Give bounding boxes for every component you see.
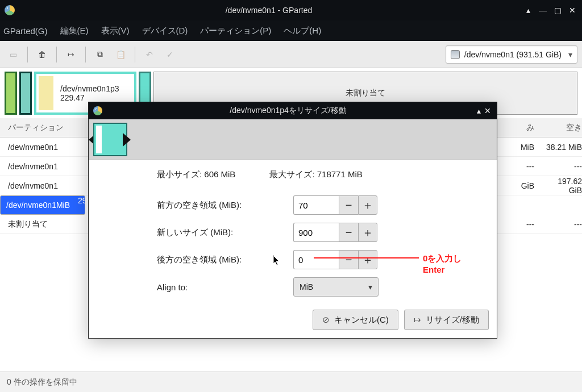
cell-name: 未割り当て xyxy=(8,219,99,230)
col-free[interactable]: 空き xyxy=(542,123,582,133)
spin-plus-icon[interactable]: ＋ xyxy=(358,195,377,215)
delete-icon[interactable]: 🗑 xyxy=(34,46,51,63)
app-icon xyxy=(5,5,15,15)
align-to-label: Align to: xyxy=(157,282,293,292)
cell-free: --- xyxy=(542,220,582,229)
menu-device[interactable]: デバイス(D) xyxy=(142,26,188,36)
resize-handle-right-icon[interactable] xyxy=(123,133,131,147)
mouse-cursor-icon xyxy=(273,255,282,268)
menu-edit[interactable]: 編集(E) xyxy=(60,26,89,36)
resize-move-label: リサイズ/移動 xyxy=(426,315,479,326)
undo-icon: ↶ xyxy=(141,46,158,63)
window-titlebar: /dev/nvme0n1 - GParted ▴ — ▢ ✕ xyxy=(0,0,582,20)
new-size-input[interactable] xyxy=(293,223,339,242)
status-text: 0 件の操作を保留中 xyxy=(7,377,77,387)
window-up-icon[interactable]: ▴ xyxy=(523,5,533,15)
menu-bar: GParted(G) 編集(E) 表示(V) デバイス(D) パーティション(P… xyxy=(0,20,582,41)
device-picker-label: /dev/nvme0n1 (931.51 GiB) xyxy=(464,50,562,59)
dialog-close-icon[interactable]: ✕ xyxy=(483,106,492,115)
spin-plus-icon[interactable]: ＋ xyxy=(358,223,377,242)
strip-p3-used-icon xyxy=(39,76,53,110)
menu-view[interactable]: 表示(V) xyxy=(101,26,130,36)
window-minimize-icon[interactable]: — xyxy=(538,5,548,15)
annotation-line xyxy=(314,257,419,258)
status-bar: 0 件の操作を保留中 xyxy=(0,372,582,392)
new-size-spinner: − ＋ xyxy=(293,223,377,242)
max-size-label: 最大サイズ: 718771 MiB xyxy=(269,169,362,180)
spin-plus-icon[interactable]: ＋ xyxy=(358,250,377,269)
free-before-spinner: − ＋ xyxy=(293,195,377,215)
strip-unallocated-label: 未割り当て xyxy=(346,88,385,98)
chevron-down-icon: ▾ xyxy=(368,282,372,291)
separator xyxy=(135,47,135,62)
menu-gparted[interactable]: GParted(G) xyxy=(3,26,48,36)
arrow-right-icon: ↦ xyxy=(414,315,421,325)
window-maximize-icon[interactable]: ▢ xyxy=(552,5,563,15)
separator xyxy=(56,47,57,62)
strip-p3-name: /dev/nvme0n1p3 xyxy=(60,84,128,93)
free-before-label: 前方の空き領域 (MiB): xyxy=(157,200,293,211)
strip-p3-size: 229.47 xyxy=(60,93,128,102)
cell-used: --- xyxy=(508,220,542,229)
size-bounds: 最小サイズ: 606 MiB 最大サイズ: 718771 MiB xyxy=(157,169,484,180)
toolbar: ▭ 🗑 ↦ ⧉ 📋 ↶ ✓ /dev/nvme0n1 (931.51 GiB) … xyxy=(0,41,582,68)
cancel-icon: ⊘ xyxy=(322,315,330,325)
strip-seg-p1[interactable] xyxy=(5,72,17,115)
new-partition-icon: ▭ xyxy=(5,46,22,63)
separator xyxy=(85,47,86,62)
col-partition[interactable]: パーティション xyxy=(8,123,99,133)
free-after-spinner: − ＋ xyxy=(293,250,377,269)
menu-partition[interactable]: パーティション(P) xyxy=(200,26,271,36)
align-to-select[interactable]: MiB ▾ xyxy=(293,277,379,297)
app-icon xyxy=(93,106,102,115)
window-title: /dev/nvme0n1 - GParted xyxy=(226,6,313,15)
apply-icon: ✓ xyxy=(161,46,178,63)
new-size-label: 新しいサイズ (MiB): xyxy=(157,227,293,238)
chevron-down-icon: ▾ xyxy=(568,50,572,59)
paste-icon: 📋 xyxy=(112,46,129,63)
min-size-label: 最小サイズ: 606 MiB xyxy=(157,169,235,180)
spin-minus-icon[interactable]: − xyxy=(339,250,358,269)
disk-icon xyxy=(451,50,460,59)
cell-name: /dev/nvme0n1 xyxy=(6,201,56,210)
dialog-titlebar: /dev/nvme0n1p4をリサイズ/移動 ▴ ✕ xyxy=(89,102,497,119)
cell-name: /dev/nvme0n1 xyxy=(8,143,99,152)
col-used[interactable]: み xyxy=(508,123,542,133)
free-before-input[interactable] xyxy=(293,195,339,215)
cell-used: MiB xyxy=(56,201,78,210)
annotation-text: 0を入力し Enter xyxy=(423,253,462,275)
chunk-used-icon xyxy=(96,126,102,153)
table-row-selected[interactable]: /dev/nvme0n1 MiB 294.66 MiB xyxy=(0,195,85,215)
align-to-value: MiB xyxy=(300,282,313,291)
cell-free: --- xyxy=(542,162,582,171)
copy-icon[interactable]: ⧉ xyxy=(92,46,109,63)
cell-name: /dev/nvme0n1 xyxy=(8,181,99,190)
spin-minus-icon[interactable]: − xyxy=(339,223,358,242)
cell-name: /dev/nvme0n1 xyxy=(8,162,99,171)
menu-help[interactable]: ヘルプ(H) xyxy=(284,26,321,36)
dialog-visualizer[interactable] xyxy=(89,119,497,160)
resize-dialog: /dev/nvme0n1p4をリサイズ/移動 ▴ ✕ 最小サイズ: 606 Mi… xyxy=(88,102,497,339)
dialog-up-icon[interactable]: ▴ xyxy=(474,106,483,115)
cell-free: 38.21 MiB xyxy=(542,143,582,152)
window-close-icon[interactable]: ✕ xyxy=(567,5,577,15)
separator xyxy=(27,47,28,62)
cell-used: MiB xyxy=(508,143,542,152)
cancel-button[interactable]: ⊘ キャンセル(C) xyxy=(313,310,398,330)
strip-seg-p2[interactable] xyxy=(19,72,32,115)
cell-free: 197.62 GiB xyxy=(542,177,582,195)
cell-used: --- xyxy=(508,162,542,171)
resize-move-button[interactable]: ↦ リサイズ/移動 xyxy=(404,310,489,330)
cancel-label: キャンセル(C) xyxy=(334,315,389,326)
device-picker[interactable]: /dev/nvme0n1 (931.51 GiB) ▾ xyxy=(446,45,577,64)
dialog-title: /dev/nvme0n1p4をリサイズ/移動 xyxy=(102,106,474,116)
free-after-input[interactable] xyxy=(293,250,339,269)
spin-minus-icon[interactable]: − xyxy=(339,195,358,215)
cell-used: GiB xyxy=(508,181,542,190)
resize-icon[interactable]: ↦ xyxy=(63,46,80,63)
resize-chunk[interactable] xyxy=(93,123,127,156)
